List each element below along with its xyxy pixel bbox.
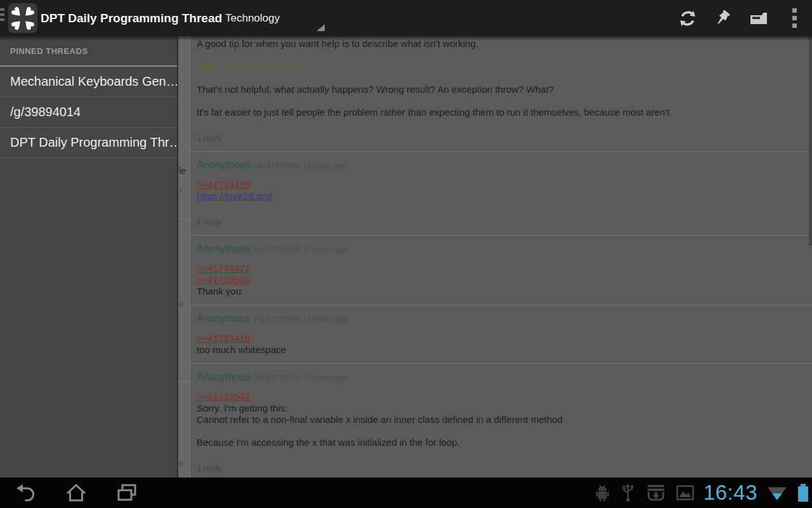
- background-text-fragment: ,: [180, 181, 182, 192]
- recents-icon: [114, 480, 140, 505]
- recents-button[interactable]: [102, 478, 152, 508]
- background-text-fragment: o: [179, 459, 183, 468]
- page-title: DPT Daily Programming Thread: [41, 0, 222, 36]
- pinned-thread-item[interactable]: Mechanical Keyboards Gen…: [0, 67, 177, 97]
- back-button[interactable]: [0, 478, 51, 508]
- board-spinner[interactable]: Technology: [209, 0, 327, 36]
- system-nav-bar: 16:43: [0, 478, 812, 508]
- home-button[interactable]: [51, 478, 102, 508]
- scrollbar-thumb[interactable]: [809, 36, 812, 246]
- post-text: It's far easier to just tell people the …: [197, 107, 672, 117]
- pinned-thread-item[interactable]: /g/39894014: [0, 97, 177, 128]
- post-text: That's not helpful, what actually happen…: [197, 84, 554, 95]
- spinner-caret-icon: [317, 24, 325, 31]
- post-header: AnonymousNo.41733666 12 hours ago: [197, 313, 806, 325]
- post-text: Sorry. I'm getting this:: [197, 403, 287, 413]
- post[interactable]: AnonymousNo.41733609 12 hours ago>>41733…: [190, 152, 812, 235]
- post-text: Thank you.: [197, 286, 244, 297]
- post[interactable]: AnonymousNo.41733714 12 hours ago>>41733…: [190, 364, 812, 478]
- reply-count[interactable]: 1 reply: [197, 217, 806, 227]
- quote-link[interactable]: >>41733428: [197, 179, 250, 190]
- clover-icon: [9, 4, 37, 32]
- post-header: AnonymousNo.41733609 12 hours ago: [197, 159, 806, 171]
- reply-icon: [749, 11, 768, 26]
- pin-icon: [714, 9, 733, 28]
- wifi-icon: [768, 486, 787, 500]
- background-divider: [178, 219, 190, 220]
- app-screen: DPT Daily Programming Thread Technology: [0, 0, 812, 508]
- post-text: Because I'm accessing the x that was ini…: [197, 437, 460, 448]
- post-paragraph: That's not helpful, what actually happen…: [197, 84, 806, 95]
- pin-button[interactable]: [705, 0, 741, 36]
- post-paragraph: A good tip for when you want help is to …: [197, 38, 806, 50]
- quote-link[interactable]: >>41733542: [197, 391, 250, 402]
- post-text: too much whitespace: [197, 344, 286, 355]
- poster-name: Anonymous: [197, 243, 251, 254]
- post-paragraph: >>41733542Sorry. I'm getting this:Cannot…: [197, 391, 806, 425]
- action-bar-buttons: [670, 0, 812, 36]
- post[interactable]: A good tip for when you want help is to …: [190, 36, 812, 151]
- navigation-drawer: PINNED THREADS Mechanical Keyboards Gen……: [0, 36, 178, 478]
- status-tray[interactable]: 16:43: [594, 478, 808, 508]
- post-paragraph: >>41733419too much whitespace: [197, 333, 806, 356]
- nav-buttons: [0, 478, 152, 508]
- background-text-fragment: o: [179, 299, 183, 308]
- refresh-icon: [678, 9, 697, 28]
- post[interactable]: AnonymousNo.41733616 12 hours ago>>41733…: [190, 236, 812, 305]
- quote-link[interactable]: >>41733419: [197, 333, 250, 344]
- refresh-button[interactable]: [670, 0, 705, 36]
- post-text: Cannot refer to a non-final variable x i…: [197, 414, 563, 425]
- clock: 16:43: [704, 478, 757, 508]
- quote-link[interactable]: >>41733472: [197, 263, 250, 274]
- post-paragraph: Because I'm accessing the x that was ini…: [197, 437, 806, 448]
- post[interactable]: AnonymousNo.41733666 12 hours ago>>41733…: [190, 305, 812, 363]
- content-area: le , o o A good tip for when you want he…: [0, 36, 812, 478]
- poster-name: Anonymous: [197, 313, 251, 324]
- post-paragraph: >Why can't I use x here?: [197, 61, 806, 72]
- post-number-and-time: No.41733666 12 hours ago: [255, 315, 347, 324]
- thread-posts-panel[interactable]: A good tip for when you want help is to …: [190, 36, 812, 478]
- greentext: >Why can't I use x here?: [197, 61, 301, 72]
- poster-name: Anonymous: [197, 159, 251, 170]
- app-logo-clover-icon[interactable]: [8, 3, 37, 33]
- download-icon: [645, 483, 667, 503]
- reply-count[interactable]: 1 reply: [197, 464, 806, 474]
- home-icon: [63, 480, 89, 505]
- pinned-thread-item[interactable]: DPT Daily Programming Thr…: [0, 128, 177, 158]
- background-divider: [178, 381, 190, 382]
- post-header: AnonymousNo.41733714 12 hours ago: [197, 371, 806, 384]
- board-spinner-label: Technology: [225, 0, 280, 36]
- menu-icon[interactable]: [0, 8, 4, 23]
- overflow-menu-icon: [792, 8, 797, 28]
- dimmed-background-pane: le , o o: [178, 36, 190, 478]
- post-text: A good tip for when you want help is to …: [197, 38, 478, 49]
- poster-name: Anonymous: [197, 371, 251, 382]
- background-text-fragment: le: [179, 165, 187, 176]
- quote-link[interactable]: >>41733504: [197, 274, 250, 285]
- usb-icon: [620, 483, 636, 503]
- android-debug-icon: [594, 483, 611, 503]
- back-icon: [13, 480, 38, 505]
- overflow-menu-button[interactable]: [776, 0, 812, 36]
- post-header: AnonymousNo.41733616 12 hours ago: [197, 243, 806, 255]
- post-paragraph: >>41733472>>41733504Thank you.: [197, 263, 806, 297]
- action-bar: DPT Daily Programming Thread Technology: [0, 0, 812, 36]
- reply-count[interactable]: 1 reply: [197, 133, 806, 144]
- external-link[interactable]: https://love2d.org/: [197, 190, 272, 201]
- post-paragraph: It's far easier to just tell people the …: [197, 107, 806, 118]
- post-number-and-time: No.41733609 12 hours ago: [255, 161, 347, 170]
- drawer-header: PINNED THREADS: [0, 36, 177, 65]
- gallery-icon: [676, 485, 695, 501]
- post-number-and-time: No.41733714 12 hours ago: [255, 373, 347, 382]
- post-paragraph: >>41733428https://love2d.org/: [197, 179, 806, 202]
- post-number-and-time: No.41733616 12 hours ago: [255, 245, 347, 254]
- reply-button[interactable]: [741, 0, 776, 36]
- battery-icon: [798, 484, 808, 502]
